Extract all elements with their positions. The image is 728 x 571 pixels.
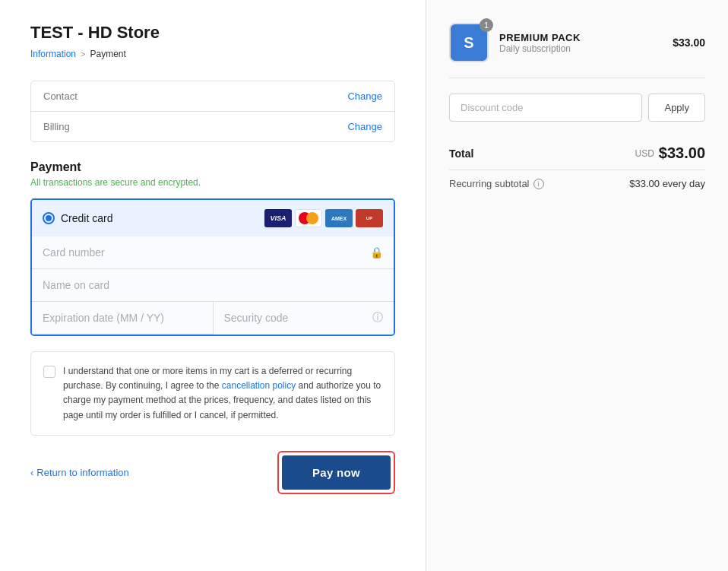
product-name: PREMIUM PACK xyxy=(499,32,662,43)
credit-card-radio[interactable] xyxy=(43,212,55,224)
contact-row: Contact Change xyxy=(31,81,394,112)
apply-button[interactable]: Apply xyxy=(648,94,705,122)
visa-icon: VISA xyxy=(264,209,292,227)
breadcrumb-information-link[interactable]: Information xyxy=(30,49,76,59)
card-number-wrap: 🔒 xyxy=(32,236,394,268)
payment-section: Payment All transactions are secure and … xyxy=(30,160,395,336)
unionpay-icon: UP xyxy=(356,209,383,227)
contact-label: Contact xyxy=(43,90,78,102)
discount-input[interactable] xyxy=(449,94,642,122)
billing-row: Billing Change xyxy=(31,112,394,141)
security-wrap: ⓘ xyxy=(214,302,394,334)
product-thumb-wrap: S 1 xyxy=(449,23,489,62)
recurring-info-icon[interactable]: i xyxy=(533,179,544,189)
contact-billing-box: Contact Change Billing Change xyxy=(30,81,395,142)
cancellation-policy-link[interactable]: cancellation policy xyxy=(222,380,296,391)
payment-box: Credit card VISA AMEX UP xyxy=(30,198,395,336)
card-icons: VISA AMEX UP xyxy=(264,209,383,227)
store-title: TEST - HD Store xyxy=(30,23,395,43)
total-currency: USD xyxy=(635,148,654,159)
bottom-bar: ‹ Return to information Pay now xyxy=(30,451,395,494)
payment-method-header: Credit card VISA AMEX UP xyxy=(32,200,394,236)
left-arrow-icon: ‹ xyxy=(30,467,33,478)
security-info-icon[interactable]: ⓘ xyxy=(372,311,383,325)
expiry-input[interactable] xyxy=(32,302,213,334)
card-fields: 🔒 xyxy=(32,236,394,335)
card-number-row: 🔒 xyxy=(32,236,394,269)
credit-card-label: Credit card xyxy=(61,212,112,224)
name-on-card-wrap xyxy=(32,269,394,301)
product-row: S 1 PREMIUM PACK Daily subscription $33.… xyxy=(449,23,705,78)
name-on-card-input[interactable] xyxy=(32,269,394,301)
consent-text: I understand that one or more items in m… xyxy=(63,364,382,423)
product-sub: Daily subscription xyxy=(499,43,662,54)
billing-label: Billing xyxy=(43,121,70,132)
amex-icon: AMEX xyxy=(325,209,353,227)
expiry-security-row: ⓘ xyxy=(32,302,394,335)
product-info: PREMIUM PACK Daily subscription xyxy=(499,32,662,54)
breadcrumb-chevron: > xyxy=(81,49,85,59)
consent-section: I understand that one or more items in m… xyxy=(30,351,395,436)
billing-change-link[interactable]: Change xyxy=(347,121,382,132)
payment-method-left: Credit card xyxy=(43,212,112,224)
total-right: USD $33.00 xyxy=(635,144,705,162)
card-number-input[interactable] xyxy=(32,236,394,268)
product-price: $33.00 xyxy=(673,36,705,49)
discount-row: Apply xyxy=(449,94,705,122)
expiry-row xyxy=(32,302,214,335)
security-input[interactable] xyxy=(214,302,394,334)
recurring-row: Recurring subtotal i $33.00 every day xyxy=(449,170,705,189)
contact-change-link[interactable]: Change xyxy=(347,90,382,102)
total-row: Total USD $33.00 xyxy=(449,137,705,170)
name-on-card-row xyxy=(32,269,394,302)
recurring-amount: $33.00 every day xyxy=(629,178,705,189)
return-to-information-link[interactable]: ‹ Return to information xyxy=(30,467,129,478)
lock-icon: 🔒 xyxy=(370,246,383,259)
total-label: Total xyxy=(449,148,473,160)
product-badge: 1 xyxy=(480,18,493,32)
breadcrumb-current: Payment xyxy=(90,49,125,59)
security-row: ⓘ xyxy=(214,302,394,335)
right-panel: S 1 PREMIUM PACK Daily subscription $33.… xyxy=(426,0,728,571)
total-amount: $33.00 xyxy=(659,144,705,162)
expiry-wrap xyxy=(32,302,213,334)
mastercard-icon xyxy=(295,209,322,227)
recurring-label: Recurring subtotal i xyxy=(449,178,544,189)
radio-inner xyxy=(46,215,52,221)
left-panel: TEST - HD Store Information > Payment Co… xyxy=(0,0,426,571)
pay-now-button[interactable]: Pay now xyxy=(282,455,391,490)
payment-title: Payment xyxy=(30,160,395,174)
breadcrumb: Information > Payment xyxy=(30,49,395,59)
pay-now-wrap: Pay now xyxy=(277,451,395,494)
totals-section: Total USD $33.00 Recurring subtotal i $3… xyxy=(449,137,705,189)
consent-checkbox[interactable] xyxy=(43,366,55,378)
payment-subtitle: All transactions are secure and encrypte… xyxy=(30,177,395,188)
